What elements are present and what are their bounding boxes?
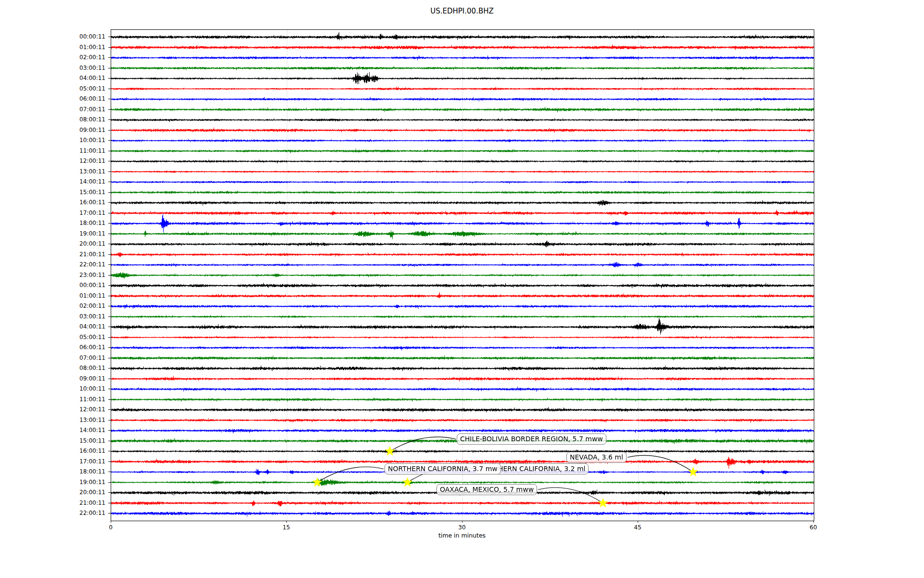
- y-tick-label: 19:00:11: [0, 230, 105, 237]
- y-tick-label: 20:00:11: [0, 488, 105, 496]
- y-tick-label: 23:00:11: [0, 271, 105, 279]
- event-annotation-label: OAXACA, MEXICO, 5.7 mww: [436, 484, 537, 495]
- y-tick-label: 06:00:11: [0, 95, 105, 103]
- y-tick-label: 10:00:11: [0, 136, 105, 144]
- y-tick-label: 02:00:11: [0, 53, 105, 61]
- y-tick-label: 12:00:11: [0, 157, 105, 165]
- y-tick-label: 18:00:11: [0, 219, 105, 227]
- y-tick-label: 01:00:11: [0, 292, 105, 300]
- y-tick-label: 22:00:11: [0, 509, 105, 517]
- y-tick-label: 14:00:11: [0, 426, 105, 434]
- x-tick-label: 15: [272, 524, 301, 531]
- y-tick-label: 05:00:11: [0, 333, 105, 341]
- y-tick-label: 15:00:11: [0, 188, 105, 196]
- plot-area: CHILE-BOLIVIA BORDER REGION, 5.7 mwwNEVA…: [111, 29, 814, 521]
- y-tick-label: 17:00:11: [0, 458, 105, 465]
- y-tick-label: 03:00:11: [0, 313, 105, 320]
- x-tick-label: 45: [623, 524, 652, 531]
- x-tick-mark: [111, 521, 111, 523]
- event-annotations: CHILE-BOLIVIA BORDER REGION, 5.7 mwwNEVA…: [111, 30, 814, 521]
- x-tick-label: 0: [96, 524, 125, 531]
- y-tick-label: 21:00:11: [0, 499, 105, 507]
- y-tick-label: 14:00:11: [0, 178, 105, 185]
- y-tick-label: 07:00:11: [0, 105, 105, 113]
- x-axis-label: time in minutes: [111, 532, 813, 539]
- y-tick-label: 09:00:11: [0, 375, 105, 382]
- y-tick-label: 20:00:11: [0, 240, 105, 248]
- event-annotation-label: CHILE-BOLIVIA BORDER REGION, 5.7 mww: [457, 434, 606, 445]
- x-tick-mark: [462, 521, 462, 523]
- y-tick-label: 08:00:11: [0, 364, 105, 372]
- y-tick-label: 16:00:11: [0, 447, 105, 455]
- y-tick-label: 04:00:11: [0, 74, 105, 82]
- y-tick-label: 16:00:11: [0, 198, 105, 206]
- y-tick-label: 12:00:11: [0, 406, 105, 413]
- y-tick-label: 21:00:11: [0, 250, 105, 258]
- y-tick-label: 15:00:11: [0, 437, 105, 445]
- y-tick-label: 03:00:11: [0, 64, 105, 72]
- y-tick-label: 00:00:11: [0, 281, 105, 289]
- x-tick-mark: [638, 521, 638, 523]
- y-tick-label: 19:00:11: [0, 478, 105, 486]
- x-tick-label: 60: [799, 524, 828, 531]
- y-tick-label: 06:00:11: [0, 343, 105, 351]
- seismogram-figure: US.EDHPI.00.BHZ 00:00:1101:00:1102:00:11…: [0, 0, 924, 578]
- x-tick-mark: [286, 521, 287, 523]
- y-tick-label: 11:00:11: [0, 395, 105, 403]
- y-tick-label: 10:00:11: [0, 385, 105, 393]
- chart-title: US.EDHPI.00.BHZ: [111, 7, 813, 15]
- y-tick-label: 13:00:11: [0, 168, 105, 175]
- y-tick-label: 07:00:11: [0, 354, 105, 362]
- y-tick-label: 17:00:11: [0, 209, 105, 217]
- y-tick-label: 00:00:11: [0, 33, 105, 40]
- x-tick-mark: [813, 521, 814, 523]
- y-tick-label: 11:00:11: [0, 147, 105, 155]
- x-tick-label: 30: [448, 524, 476, 531]
- event-annotation-label: NORTHERN CALIFORNIA, 3.7 mw: [385, 463, 501, 474]
- y-tick-label: 01:00:11: [0, 43, 105, 51]
- y-tick-label: 02:00:11: [0, 302, 105, 310]
- y-tick-label: 09:00:11: [0, 126, 105, 134]
- y-tick-label: 05:00:11: [0, 85, 105, 92]
- y-tick-label: 04:00:11: [0, 323, 105, 330]
- y-tick-label: 08:00:11: [0, 116, 105, 123]
- y-tick-label: 22:00:11: [0, 261, 105, 268]
- y-tick-label: 13:00:11: [0, 416, 105, 424]
- event-annotation-label: NEVADA, 3.6 ml: [566, 452, 627, 463]
- y-tick-label: 18:00:11: [0, 468, 105, 475]
